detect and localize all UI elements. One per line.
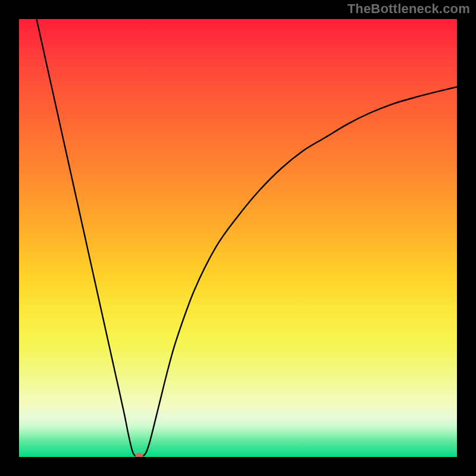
bottleneck-curve: [19, 19, 457, 457]
plot-area: [19, 19, 457, 457]
chart-frame: TheBottleneck.com: [0, 0, 476, 476]
watermark-text: TheBottleneck.com: [347, 1, 470, 17]
minimum-marker: [135, 453, 143, 457]
